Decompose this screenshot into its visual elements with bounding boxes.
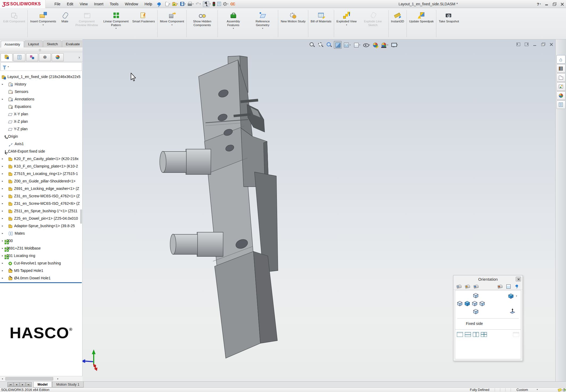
- expand-arrow-icon[interactable]: ▸: [1, 187, 4, 190]
- tree-item[interactable]: ▸ Ø4.0mm Dowel Hole1: [0, 274, 82, 282]
- quick-access-button[interactable]: ▾: [216, 1, 222, 6]
- dropdown-caret-icon[interactable]: ▾: [220, 27, 246, 30]
- expand-arrow-icon[interactable]: ▸: [1, 269, 4, 272]
- headsup-button[interactable]: ▾: [372, 41, 379, 49]
- view-left-cube[interactable]: [456, 300, 463, 307]
- quick-tips-icon[interactable]: [563, 388, 566, 391]
- headsup-button[interactable]: ▾: [334, 41, 342, 49]
- tree-item[interactable]: ▸ Axis1: [0, 140, 82, 148]
- tree-scrollbar-thumb[interactable]: [80, 209, 82, 224]
- command-button[interactable]: Reference Geometry ▾: [248, 10, 277, 30]
- orientation-tool-button[interactable]: [505, 284, 512, 288]
- tree-item[interactable]: ▸ Z31_en_Screw-MC6S-ISO_4762<6> (Z: [0, 200, 82, 207]
- manager-tab[interactable]: [1, 53, 13, 61]
- command-button[interactable]: Insert Components ▾: [28, 10, 58, 27]
- tree-item[interactable]: ▸ Z00_en_Guide_pillar-Shouldered<1>: [0, 177, 82, 185]
- viewport-layout-button[interactable]: [457, 332, 463, 337]
- pin-menu-icon[interactable]: [157, 2, 161, 6]
- tree-item[interactable]: ▸ Equations: [0, 103, 82, 110]
- orientation-tool-button[interactable]: [473, 284, 479, 288]
- view-top-cube[interactable]: [472, 292, 479, 299]
- task-pane-button[interactable]: [556, 64, 565, 73]
- view-back-cube[interactable]: [479, 300, 486, 307]
- orientation-tool-button[interactable]: [456, 284, 462, 288]
- view-bottom-cube[interactable]: [472, 308, 479, 315]
- tree-item[interactable]: ▸ M5 Tapped Hole1: [0, 267, 82, 274]
- motion-nav-button[interactable]: |◄: [7, 382, 13, 387]
- mold-assembly-model[interactable]: [160, 56, 278, 358]
- task-pane-button[interactable]: [556, 73, 565, 82]
- tree-item[interactable]: ▸ Z31_en_Screw-MC6S-ISO_4762<1> (Z: [0, 192, 82, 200]
- command-button[interactable]: Update Speedpak ▾: [408, 10, 435, 24]
- tree-item[interactable]: ▸ X-Y plan: [0, 110, 82, 118]
- quick-access-button[interactable]: ▾: [179, 1, 187, 6]
- headsup-button[interactable]: ▾: [362, 41, 371, 49]
- menu-item[interactable]: Tools: [106, 1, 122, 7]
- tree-item[interactable]: ▸ Z691_en_Locking_edge_washer<1> (Z: [0, 185, 82, 192]
- quick-access-button[interactable]: ▾: [212, 1, 216, 7]
- quick-access-button[interactable]: ▾: [202, 1, 212, 7]
- command-tab[interactable]: Assembly: [1, 41, 24, 47]
- headsup-button[interactable]: ▾: [342, 41, 351, 49]
- manager-tab[interactable]: [39, 53, 51, 61]
- viewport-layout-button[interactable]: [465, 332, 471, 337]
- headsup-button[interactable]: ▾: [325, 41, 333, 49]
- command-button[interactable]: Mate ▾: [58, 10, 72, 24]
- help-caret-icon[interactable]: ▾: [540, 3, 541, 5]
- scrollbar-thumb[interactable]: [5, 377, 53, 381]
- isometric-caret-icon[interactable]: ▾: [516, 295, 517, 297]
- view-front-cube[interactable]: [464, 300, 471, 307]
- expand-arrow-icon[interactable]: ▸: [1, 232, 4, 235]
- rollback-bar[interactable]: [0, 282, 82, 283]
- expand-arrow-icon[interactable]: ▸: [1, 83, 4, 85]
- expand-arrow-icon[interactable]: ▸: [1, 262, 4, 264]
- tree-item[interactable]: ▸ Mates: [0, 230, 82, 237]
- help-button[interactable]: ?▾: [537, 2, 541, 6]
- dropdown-caret-icon[interactable]: ▾: [397, 44, 398, 46]
- dropdown-caret-icon[interactable]: ▾: [185, 3, 186, 5]
- menu-item[interactable]: File: [51, 1, 64, 7]
- scroll-left-arrow[interactable]: ◂: [0, 377, 4, 381]
- tree-item[interactable]: ▸ History: [0, 80, 82, 88]
- dropdown-caret-icon[interactable]: ▾: [103, 27, 129, 30]
- headsup-button[interactable]: ▾: [390, 41, 399, 49]
- tree-item[interactable]: ▸ Z00: [0, 237, 82, 244]
- close-icon[interactable]: [516, 277, 521, 281]
- headsup-button[interactable]: ▾: [308, 41, 316, 49]
- doc-window-control[interactable]: [516, 43, 520, 46]
- filter-caret-icon[interactable]: ▾: [8, 66, 9, 68]
- expand-arrow-icon[interactable]: ▸: [1, 217, 4, 220]
- view-isometric-cube[interactable]: [507, 293, 514, 300]
- expand-pane-arrow[interactable]: ›: [79, 55, 81, 59]
- tree-item[interactable]: ▸ Z691+Z31 Moldbase: [0, 244, 82, 252]
- dropdown-caret-icon[interactable]: ▾: [350, 44, 351, 46]
- graphics-area[interactable]: Z ▾ ▾: [83, 39, 555, 381]
- command-tab[interactable]: Sketch: [43, 40, 61, 47]
- command-button[interactable]: Assembly Features ▾: [219, 10, 248, 30]
- dropdown-caret-icon[interactable]: ▾: [192, 3, 194, 5]
- tree-item[interactable]: ▸ Origin: [0, 133, 82, 140]
- task-pane-button[interactable]: [556, 82, 565, 91]
- bottom-tab[interactable]: Model: [33, 382, 52, 387]
- quick-access-button[interactable]: ▾: [165, 1, 171, 7]
- expand-arrow-icon[interactable]: ▸: [1, 224, 4, 227]
- doc-window-control[interactable]: [541, 43, 545, 46]
- orientation-tool-button[interactable]: [464, 284, 471, 288]
- config-caret-icon[interactable]: ▴: [537, 388, 538, 392]
- expand-arrow-icon[interactable]: ▸: [1, 157, 4, 160]
- dropdown-caret-icon[interactable]: ▾: [30, 24, 56, 26]
- expand-arrow-icon[interactable]: ▸: [1, 277, 4, 279]
- command-button[interactable]: Move Component ▾: [158, 10, 186, 27]
- menu-item[interactable]: Help: [141, 1, 155, 7]
- command-button[interactable]: Take Snapshot ▾: [437, 10, 461, 24]
- quick-access-button[interactable]: ▾: [195, 1, 202, 7]
- tree-item[interactable]: ▸ Adaptor-Sprue_bushing<1> (39.8-25: [0, 222, 82, 230]
- task-pane-button[interactable]: [556, 91, 565, 100]
- command-button[interactable]: Smart Fasteners ▾: [131, 10, 157, 24]
- command-button[interactable]: Show Hidden Components ▾: [187, 10, 217, 27]
- expand-arrow-icon[interactable]: ▸: [1, 195, 4, 197]
- tree-item[interactable]: ▸ Sensors: [0, 88, 82, 95]
- command-button[interactable]: Linear Component Pattern ▾: [101, 10, 131, 30]
- motion-nav-button[interactable]: ►|: [26, 382, 32, 387]
- tree-item[interactable]: ▸ X-Z plan: [0, 118, 82, 125]
